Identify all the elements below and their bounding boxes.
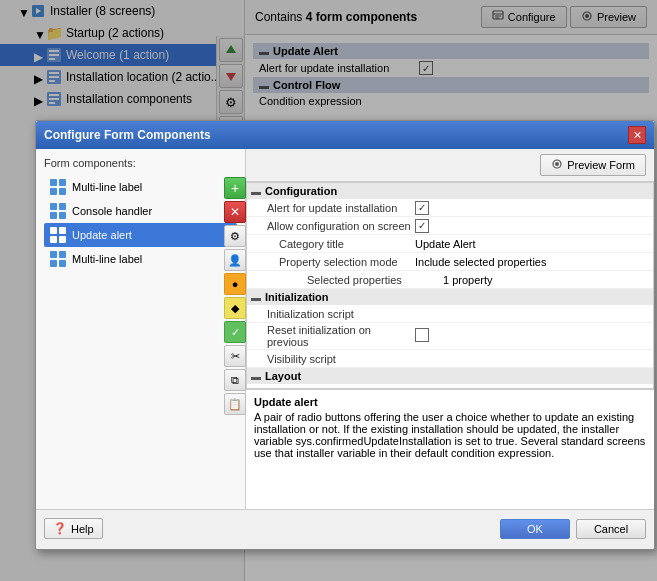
prop-reset-checkbox[interactable] [415, 328, 429, 342]
preview-circle-icon [551, 158, 563, 172]
svg-rect-29 [59, 212, 66, 219]
modal-footer: ❓ Help OK Cancel [36, 509, 654, 547]
svg-rect-31 [59, 227, 66, 234]
prop-reset-init: Reset initialization on previous [247, 323, 653, 350]
description-area: Update alert A pair of radio buttons off… [246, 389, 654, 509]
component-gear-button[interactable]: ⚙ [224, 225, 246, 247]
help-button[interactable]: ❓ Help [44, 518, 103, 539]
component-paste-button[interactable]: 📋 [224, 393, 246, 415]
prop-category-title: Category title Update Alert [247, 235, 653, 253]
modal-right-header: Preview Form [246, 149, 654, 182]
component-check-button[interactable]: ✓ [224, 321, 246, 343]
preview-form-button[interactable]: Preview Form [540, 154, 646, 176]
svg-rect-37 [59, 260, 66, 267]
description-title: Update alert [254, 396, 646, 408]
form-component-multi-line-2[interactable]: Multi-line label [44, 247, 237, 271]
svg-rect-36 [50, 260, 57, 267]
prop-selection-mode: Property selection mode Include selected… [247, 253, 653, 271]
modal-body: Form components: Multi-line label [36, 149, 654, 509]
prop-init-script: Initialization script [247, 305, 653, 323]
init-section-header[interactable]: ▬ Initialization [247, 289, 653, 305]
form-component-console-handler[interactable]: Console handler [44, 199, 237, 223]
modal-titlebar: Configure Form Components ✕ [36, 121, 654, 149]
prop-alert-update: Alert for update installation [247, 199, 653, 217]
layout-section-header[interactable]: ▬ Layout [247, 368, 653, 384]
svg-rect-32 [50, 236, 57, 243]
component-person-button[interactable]: 👤 [224, 249, 246, 271]
form-component-multi-line-1[interactable]: Multi-line label [44, 175, 237, 199]
modal-title: Configure Form Components [44, 128, 211, 142]
cancel-button[interactable]: Cancel [576, 519, 646, 539]
config-section-header[interactable]: ▬ Configuration [247, 183, 653, 199]
form-component-label-4: Multi-line label [72, 253, 142, 265]
puzzle-icon-4 [49, 250, 67, 268]
ok-button[interactable]: OK [500, 519, 570, 539]
form-component-list: Multi-line label Console handler [44, 175, 237, 271]
modal-right-panel: Preview Form ▬ Configuration Alert for u… [246, 149, 654, 509]
svg-rect-22 [50, 179, 57, 186]
puzzle-icon-2 [49, 202, 67, 220]
puzzle-icon-3 [49, 226, 67, 244]
prop-allow-config: Allow configuration on screen [247, 217, 653, 235]
form-component-label-1: Multi-line label [72, 181, 142, 193]
svg-point-39 [555, 162, 559, 166]
modal-close-button[interactable]: ✕ [628, 126, 646, 144]
component-yellow-button[interactable]: ◆ [224, 297, 246, 319]
remove-component-button[interactable]: ✕ [224, 201, 246, 223]
svg-rect-27 [59, 203, 66, 210]
svg-rect-24 [50, 188, 57, 195]
component-copy-button[interactable]: ⧉ [224, 369, 246, 391]
prop-visibility-script: Visibility script [247, 350, 653, 368]
svg-rect-34 [50, 251, 57, 258]
form-component-label-3: Update alert [72, 229, 132, 241]
form-component-update-alert[interactable]: Update alert [44, 223, 237, 247]
add-component-button[interactable]: + [224, 177, 246, 199]
prop-alert-checkbox[interactable] [415, 201, 429, 215]
help-icon: ❓ [53, 522, 67, 535]
svg-rect-26 [50, 203, 57, 210]
svg-rect-25 [59, 188, 66, 195]
modal-left-panel: Form components: Multi-line label [36, 149, 246, 509]
prop-selected-properties: Selected properties 1 property [247, 271, 653, 289]
prop-allow-config-checkbox[interactable] [415, 219, 429, 233]
form-components-title: Form components: [44, 157, 237, 169]
svg-rect-30 [50, 227, 57, 234]
svg-rect-35 [59, 251, 66, 258]
modal-left-toolbar: + ✕ ⚙ 👤 ● ◆ ✓ ✂ ⧉ 📋 [224, 177, 246, 415]
svg-rect-28 [50, 212, 57, 219]
preview-form-label: Preview Form [567, 159, 635, 171]
svg-rect-23 [59, 179, 66, 186]
puzzle-icon-1 [49, 178, 67, 196]
component-orange-button[interactable]: ● [224, 273, 246, 295]
svg-rect-33 [59, 236, 66, 243]
properties-area: ▬ Configuration Alert for update install… [246, 182, 654, 389]
description-text: A pair of radio buttons offering the use… [254, 411, 646, 459]
configure-form-modal: Configure Form Components ✕ Form compone… [35, 120, 655, 550]
form-component-label-2: Console handler [72, 205, 152, 217]
component-scissors-button[interactable]: ✂ [224, 345, 246, 367]
